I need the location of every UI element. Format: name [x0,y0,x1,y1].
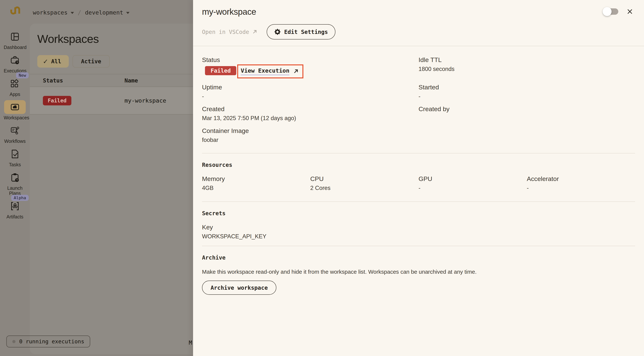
status-badge: Failed [205,66,236,75]
running-executions-status[interactable]: 0 running executions [6,336,90,348]
sidebar-item-label: Workspaces [4,115,26,120]
external-link-icon [252,29,257,34]
view-execution-link[interactable]: View Execution [241,67,299,75]
gpu-value: - [418,185,527,192]
accelerator-label: Accelerator [527,175,635,182]
sidebar-item-launch-plans[interactable]: Launch Plans [0,171,30,196]
container-image-value: foobar [202,137,418,144]
sidebar-item-dashboard[interactable]: Dashboard [0,30,30,50]
table-header-row: Status Name [36,74,193,87]
archive-description: Make this workspace read-only and hide i… [202,269,635,275]
started-field: Started - [418,84,635,100]
breadcrumb-project-dropdown[interactable]: workspaces [33,9,74,16]
sidebar-item-label: Workflows [4,138,26,144]
created-field: Created Mar 13, 2025 7:50 PM (12 days ag… [202,105,418,122]
sidebar-item-label: Apps [10,92,20,97]
divider [202,201,635,202]
main-app-region: workspaces / development Dashboard [0,0,193,356]
memory-value: 4GB [202,185,310,192]
sidebar-item-workflows[interactable]: Workflows [0,124,30,144]
idle-ttl-value: 1800 seconds [418,66,635,73]
status-badge: Failed [43,96,71,105]
running-executions-label: 0 running executions [19,338,84,345]
cpu-label: CPU [310,175,418,182]
memory-label: Memory [202,175,310,182]
sidebar-item-executions[interactable]: Executions [0,53,30,73]
created-by-label: Created by [418,105,635,113]
apps-icon [10,79,20,89]
created-by-field: Created by [418,105,635,122]
workspaces-icon [10,102,20,112]
archive-workspace-button[interactable]: Archive workspace [202,281,276,295]
divider [193,46,644,46]
breadcrumb-project-label: workspaces [33,9,68,16]
secret-key-field: Key WORKSPACE_API_KEY [202,224,635,240]
alpha-badge: Alpha [11,195,29,201]
status-dot-icon [12,340,16,343]
table-row[interactable]: Failed my-workspace [30,87,193,114]
status-cell: Failed [43,96,124,105]
tasks-icon [10,149,20,159]
divider [202,246,635,246]
edit-settings-button[interactable]: Edit Settings [267,24,336,39]
workspace-details-drawer: my-workspace Open in VSCode [193,0,644,356]
divider [202,153,635,153]
uptime-value: - [202,93,418,100]
workspace-filters: ✓ All Active [37,55,193,68]
workflows-icon [10,125,20,136]
secret-key-value: WORKSPACE_API_KEY [202,233,635,240]
close-icon [626,8,633,15]
sidebar-item-workspaces[interactable]: Workspaces [0,100,30,120]
created-value: Mar 13, 2025 7:50 PM (12 days ago) [202,115,418,122]
filter-all-button[interactable]: ✓ All [37,55,69,68]
container-image-label: Container Image [202,127,418,134]
open-in-vscode-link[interactable]: Open in VSCode [202,29,257,35]
artifacts-icon [10,201,20,211]
sidebar-item-label: Dashboard [4,45,26,50]
filter-active-button[interactable]: Active [72,55,110,68]
launch-plans-icon [10,172,20,182]
close-drawer-button[interactable] [626,8,633,15]
sidebar-item-apps[interactable]: New Apps [0,77,30,97]
union-logo[interactable] [8,4,21,17]
sidebar-item-label: Artifacts [6,214,23,219]
sidebar-item-label: Launch Plans [4,185,26,196]
chevron-down-icon [70,12,74,14]
accelerator-field: Accelerator - [527,175,635,192]
created-by-value [418,115,635,122]
uptime-label: Uptime [202,84,418,91]
accelerator-value: - [527,185,635,192]
breadcrumb-domain-dropdown[interactable]: development [85,9,130,16]
chevron-down-icon [126,12,130,14]
status-field: Status Failed View Execution [202,56,418,78]
annotation-highlight-box: View Execution [237,64,303,78]
status-label: Status [202,56,418,63]
external-link-icon [293,68,299,74]
dashboard-icon [10,32,20,42]
idle-ttl-label: Idle TTL [418,56,635,63]
secret-key-label: Key [202,224,635,231]
gpu-field: GPU - [418,175,527,192]
column-header-name: Name [124,77,138,84]
uptime-field: Uptime - [202,84,418,100]
container-image-field: Container Image foobar [202,127,418,144]
sidebar: Dashboard Executions New [0,30,30,223]
cpu-value: 2 Cores [310,185,418,192]
new-badge: New [16,72,29,78]
resources-section-header: Resources [202,162,635,168]
clipped-footer-text: M [189,340,192,346]
sidebar-item-artifacts[interactable]: Alpha Artifacts [0,199,30,219]
started-label: Started [418,84,635,91]
breadcrumb-separator: / [78,9,81,16]
sidebar-item-tasks[interactable]: Tasks [0,147,30,167]
started-value: - [418,93,635,100]
executions-icon [10,55,20,65]
column-header-status: Status [43,77,124,84]
filter-active-label: Active [81,58,101,65]
page-title: Workspaces [37,32,193,45]
workspace-power-toggle[interactable] [604,8,618,15]
open-in-vscode-label: Open in VSCode [202,29,249,35]
breadcrumb: workspaces / development [33,9,130,16]
sidebar-item-label: Tasks [9,162,21,167]
toggle-knob [603,7,612,16]
